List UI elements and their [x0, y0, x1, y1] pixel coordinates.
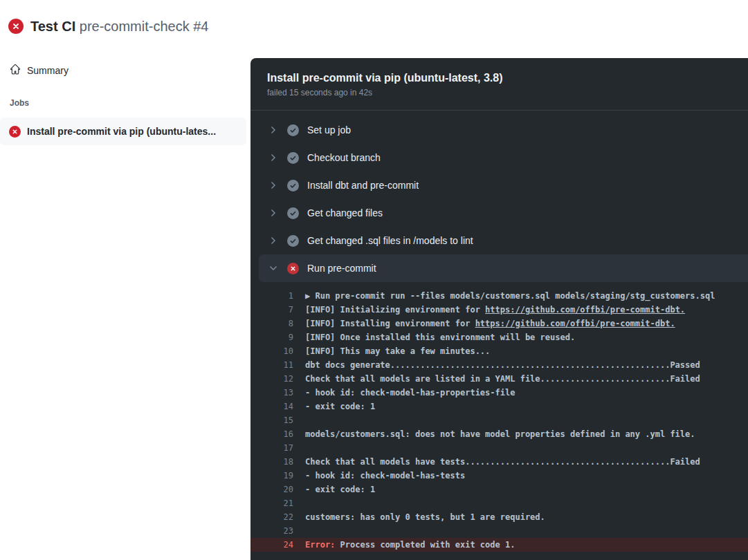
step-label: Install dbt and pre-commit: [307, 180, 419, 191]
chevron-right-icon[interactable]: [268, 152, 279, 163]
log-line-text: [293, 441, 305, 455]
log-line-number: 23: [250, 524, 293, 538]
log-line: 13- hook id: check-model-has-properties-…: [250, 386, 748, 400]
log-line: 21: [250, 496, 748, 510]
step-label: Get changed files: [307, 207, 383, 218]
job-log-panel: Install pre-commit via pip (ubuntu-lates…: [250, 58, 748, 560]
step-row[interactable]: Checkout branch: [250, 144, 748, 171]
log-line-text: - exit code: 1: [293, 483, 375, 496]
step-row[interactable]: Set up job: [250, 116, 748, 144]
step-label: Get changed .sql files in /models to lin…: [307, 235, 473, 246]
log-line-number: 17: [250, 441, 293, 455]
step-row[interactable]: Install dbt and pre-commit: [250, 171, 748, 199]
log-line: 15: [250, 413, 748, 427]
log-line: 11dbt docs generate.....................…: [250, 358, 748, 372]
log-text-segment: Process completed with exit code 1.: [335, 540, 515, 550]
log-line: 23: [250, 524, 748, 538]
jobs-heading: Jobs: [10, 98, 29, 108]
log-text-segment: dbt docs generate.......................…: [305, 360, 700, 370]
log-line-text: [INFO] Initializing environment for http…: [293, 303, 685, 317]
log-text-segment: Run pre-commit run --files models/custom…: [315, 291, 715, 301]
run-name: pre-commit-check #4: [80, 19, 209, 34]
log-group-toggle-icon[interactable]: ▶: [305, 291, 315, 301]
log-line-text: customers: has only 0 tests, but 1 are r…: [293, 510, 545, 524]
run-header: Test CI pre-commit-check #4: [0, 0, 748, 53]
log-line: 10[INFO] This may take a few minutes...: [250, 344, 748, 358]
home-icon: [10, 64, 21, 77]
step-row[interactable]: Run pre-commit: [259, 254, 748, 282]
step-label: Run pre-commit: [307, 263, 376, 274]
check-circle-icon: [287, 124, 299, 136]
log-line-text: - hook id: check-model-has-tests: [293, 469, 465, 483]
log-line-text: Check that all models are listed in a YA…: [293, 372, 700, 386]
log-line-number: 1: [250, 289, 293, 303]
log-line-number: 19: [250, 469, 293, 483]
log-text-segment: [INFO] Initializing environment for: [305, 305, 485, 315]
log-line-number: 24: [250, 538, 293, 552]
log-text-segment: Check that all models are listed in a YA…: [305, 374, 700, 384]
log-line-text: Check that all models have tests........…: [293, 455, 700, 469]
log-text-segment: [INFO] Installing environment for: [305, 319, 475, 328]
chevron-right-icon[interactable]: [268, 235, 279, 246]
x-circle-icon: [287, 263, 299, 274]
log-line-text: models/customers.sql: does not have mode…: [293, 427, 695, 441]
log-text-segment: models/customers.sql: does not have mode…: [305, 429, 695, 439]
error-label: Error:: [305, 540, 335, 550]
log-viewer: 1▶ Run pre-commit run --files models/cus…: [250, 282, 748, 552]
log-line-text: Error: Process completed with exit code …: [293, 538, 515, 552]
log-text-segment: Check that all models have tests........…: [305, 457, 700, 467]
log-line-number: 21: [250, 496, 293, 510]
log-text-segment: - exit code: 1: [305, 485, 375, 494]
chevron-right-icon[interactable]: [268, 124, 279, 136]
log-line: 20- exit code: 1: [250, 483, 748, 496]
log-line-number: 9: [250, 330, 293, 344]
log-line-number: 22: [250, 510, 293, 524]
sidebar-job-item-selected[interactable]: Install pre-commit via pip (ubuntu-lates…: [0, 118, 246, 145]
log-line: 22customers: has only 0 tests, but 1 are…: [250, 510, 748, 524]
log-line-text: [293, 413, 305, 427]
log-line: 8[INFO] Installing environment for https…: [250, 317, 748, 330]
log-line-number: 10: [250, 344, 293, 358]
chevron-right-icon[interactable]: [268, 207, 279, 218]
step-row[interactable]: Get changed files: [250, 199, 748, 227]
check-circle-icon: [287, 235, 299, 247]
log-link[interactable]: https://github.com/offbi/pre-commit-dbt.: [475, 319, 675, 328]
log-line-text: [293, 496, 305, 510]
step-label: Set up job: [307, 124, 351, 136]
log-line: 12Check that all models are listed in a …: [250, 372, 748, 386]
sidebar-item-summary[interactable]: Summary: [10, 61, 69, 80]
run-failed-status-icon: [8, 19, 24, 34]
log-line-number: 8: [250, 317, 293, 330]
check-circle-icon: [287, 207, 299, 219]
job-item-label: Install pre-commit via pip (ubuntu-lates…: [27, 126, 216, 137]
log-line-number: 11: [250, 358, 293, 372]
sidebar-summary-label: Summary: [27, 65, 69, 76]
log-line: 24Error: Process completed with exit cod…: [250, 538, 748, 552]
log-line: 18Check that all models have tests......…: [250, 455, 748, 469]
job-title: Install pre-commit via pip (ubuntu-lates…: [267, 71, 731, 85]
workflow-name: Test CI: [30, 19, 75, 34]
log-line-text: - exit code: 1: [293, 400, 375, 413]
step-list: Set up jobCheckout branchInstall dbt and…: [250, 111, 748, 282]
log-text-segment: customers: has only 0 tests, but 1 are r…: [305, 512, 545, 522]
log-text-segment: [INFO] This may take a few minutes...: [305, 346, 490, 356]
sidebar: Summary Jobs Install pre-commit via pip …: [0, 53, 250, 560]
page-title: Test CI pre-commit-check #4: [30, 19, 209, 35]
log-line-number: 15: [250, 413, 293, 427]
log-line-text: ▶ Run pre-commit run --files models/cust…: [293, 289, 715, 303]
log-text-segment: [INFO] Once installed this environment w…: [305, 333, 575, 342]
log-line: 9[INFO] Once installed this environment …: [250, 330, 748, 344]
job-status-summary: failed 15 seconds ago in 42s: [267, 88, 731, 97]
step-label: Checkout branch: [307, 152, 381, 163]
log-line-text: - hook id: check-model-has-properties-fi…: [293, 386, 515, 400]
log-link[interactable]: https://github.com/offbi/pre-commit-dbt.: [485, 305, 685, 315]
job-failed-status-icon: [9, 126, 21, 138]
log-text-segment: - exit code: 1: [305, 402, 375, 411]
log-line-number: 7: [250, 303, 293, 317]
log-line-text: [INFO] Once installed this environment w…: [293, 330, 575, 344]
chevron-right-icon[interactable]: [268, 180, 279, 191]
step-row[interactable]: Get changed .sql files in /models to lin…: [250, 227, 748, 254]
log-line-number: 18: [250, 455, 293, 469]
chevron-down-icon[interactable]: [268, 263, 279, 274]
log-text-segment: - hook id: check-model-has-tests: [305, 471, 465, 480]
